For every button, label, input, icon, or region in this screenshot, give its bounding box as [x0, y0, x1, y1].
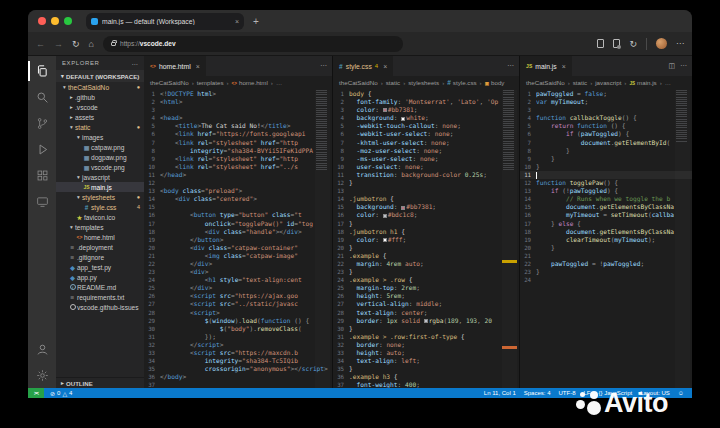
- code-line: 35 crossorigin="anonymous"></script>: [144, 365, 332, 373]
- breadcrumb-item[interactable]: static: [573, 79, 587, 86]
- tree-item-catpaw-png[interactable]: ▦catpaw.png: [56, 142, 144, 152]
- remote-icon[interactable]: [28, 188, 56, 214]
- tree-item-assets[interactable]: ▸assets: [56, 112, 144, 122]
- breadcrumb-item[interactable]: #style.css: [447, 79, 476, 86]
- tree-item--deployment[interactable]: ≡.deployment: [56, 242, 144, 252]
- new-tab-button[interactable]: +: [253, 16, 259, 27]
- tree-item-readme-md[interactable]: iREADME.md: [56, 282, 144, 292]
- breadcrumb-item[interactable]: …: [665, 79, 671, 86]
- tab-close-icon[interactable]: ×: [562, 63, 566, 70]
- breadcrumb-item[interactable]: javascript: [595, 79, 621, 86]
- code-line: 30 $("body").removeClass(: [144, 325, 332, 333]
- more-actions-icon[interactable]: ⋯: [320, 62, 327, 70]
- breadcrumb-item[interactable]: JSmain.js: [629, 79, 656, 86]
- workspace-header[interactable]: ▾ DEFAULT (WORKSPACE): [56, 70, 144, 82]
- zoom-window-button[interactable]: [64, 17, 72, 25]
- browser-tab[interactable]: main.js — default (Workspace) ×: [86, 13, 244, 30]
- code-line: 19 clearTimeout(myTimeout);: [520, 236, 692, 244]
- code-line: 11 transition: background-color 0.25s;: [333, 171, 519, 179]
- code-line: 16 myTimeout = setTimeout(callba: [520, 211, 692, 219]
- status-item[interactable]: UTF-8: [558, 390, 575, 396]
- status-item[interactable]: Ln 11, Col 1: [484, 390, 516, 396]
- line-number: 13: [144, 187, 160, 195]
- tree-item-main-js[interactable]: JSmain.js: [56, 182, 144, 192]
- code-line: 13<body class="preload">: [144, 187, 332, 195]
- extensions-icon[interactable]: [28, 162, 56, 188]
- breadcrumb-item[interactable]: ▣body: [485, 79, 505, 86]
- collections-icon[interactable]: [597, 39, 604, 48]
- tree-item-vscode-png[interactable]: ▦vscode.png: [56, 162, 144, 172]
- explorer-actions-icon[interactable]: ⋯: [132, 60, 139, 67]
- close-window-button[interactable]: [38, 17, 46, 25]
- breadcrumb-item[interactable]: templates: [197, 79, 224, 86]
- minimap[interactable]: [675, 90, 690, 388]
- sync-icon[interactable]: ↻: [629, 39, 637, 49]
- tree-item--vscode[interactable]: ▸.vscode: [56, 102, 144, 112]
- search-icon[interactable]: [28, 84, 56, 110]
- minimize-window-button[interactable]: [51, 17, 59, 25]
- code-line: 17 } else {: [520, 220, 692, 228]
- line-number: 11: [520, 171, 536, 179]
- code-line: 29 $(window).load(function () {: [144, 317, 332, 325]
- breadcrumb-item[interactable]: static: [386, 79, 400, 86]
- tab-close-icon[interactable]: ×: [383, 63, 387, 70]
- minimap[interactable]: [315, 90, 330, 388]
- tree-item--github[interactable]: ▸.github: [56, 92, 144, 102]
- remote-indicator[interactable]: ><: [28, 388, 44, 398]
- tree-item-style-css[interactable]: #style.css4: [56, 202, 144, 212]
- browser-menu-icon[interactable]: ⋯: [676, 39, 684, 48]
- home-icon[interactable]: ⌂: [89, 39, 94, 49]
- settings-icon[interactable]: [28, 362, 56, 388]
- tree-item-app-test-py[interactable]: ◆app_test.py: [56, 262, 144, 272]
- problems-indicator[interactable]: ⊘ 0 △ 4: [44, 390, 78, 397]
- tree-item-images[interactable]: ▾images: [56, 132, 144, 142]
- breadcrumb-item[interactable]: <>home.html: [232, 79, 268, 86]
- breadcrumb-item[interactable]: …: [276, 79, 282, 86]
- tree-item-javascript[interactable]: ▾javascript: [56, 172, 144, 182]
- tree-item-templates[interactable]: ▾templates: [56, 222, 144, 232]
- code-editor[interactable]: 1<!DOCTYPE html>2<html>34<head>5 <title>…: [144, 89, 332, 388]
- more-actions-icon[interactable]: ⋯: [680, 62, 687, 70]
- editor-tab-style.css[interactable]: #style.css4×: [333, 56, 394, 76]
- more-actions-icon[interactable]: ⋯: [507, 62, 514, 70]
- tree-item-vscode-github-issues[interactable]: vscode.github-issues: [56, 302, 144, 312]
- address-bar[interactable]: https://vscode.dev: [103, 36, 403, 52]
- breadcrumb-item[interactable]: theCatSaidNo: [526, 79, 565, 86]
- editor-tab-home.html[interactable]: <>home.html×: [144, 56, 207, 76]
- code-editor[interactable]: 1body {2 font-family: 'Montserrat', 'Lat…: [333, 89, 519, 388]
- source-control-icon[interactable]: [28, 110, 56, 136]
- tab-close-icon[interactable]: ×: [235, 18, 239, 25]
- outline-section[interactable]: ▸ OUTLINE: [56, 377, 144, 388]
- tree-item-stylesheets[interactable]: ▾stylesheets●: [56, 192, 144, 202]
- tab-close-icon[interactable]: ×: [196, 63, 200, 70]
- breadcrumb-item[interactable]: stylesheets: [408, 79, 439, 86]
- tree-item--gitignore[interactable]: ≡.gitignore: [56, 252, 144, 262]
- tree-item-thecatsaidno[interactable]: ▾theCatSaidNo●: [56, 82, 144, 92]
- forward-icon[interactable]: →: [54, 39, 63, 49]
- files-icon[interactable]: [28, 58, 56, 84]
- run-debug-icon[interactable]: [28, 136, 56, 162]
- profile-avatar[interactable]: [656, 38, 667, 49]
- tree-item-static[interactable]: ▾static●: [56, 122, 144, 132]
- split-editor-icon[interactable]: ◫: [668, 62, 675, 70]
- code-line: 14 <div class="centered">: [144, 195, 332, 203]
- tree-item-home-html[interactable]: <>home.html: [56, 232, 144, 242]
- minimap[interactable]: [502, 90, 517, 388]
- lock-icon: [111, 42, 116, 46]
- back-icon[interactable]: ←: [36, 39, 45, 49]
- code-editor[interactable]: 1pawToggled = false;2var myTimeout;34fun…: [520, 89, 692, 388]
- status-item[interactable]: ☺: [678, 390, 684, 396]
- reload-icon[interactable]: ↻: [72, 39, 80, 49]
- favorites-icon[interactable]: [613, 39, 620, 48]
- tree-item-requirements-txt[interactable]: ≡requirements.txt: [56, 292, 144, 302]
- tree-item-app-py[interactable]: ◆app.py: [56, 272, 144, 282]
- line-number: 28: [333, 309, 349, 317]
- status-item[interactable]: Spaces: 4: [524, 390, 551, 396]
- tree-item-favicon-ico[interactable]: ★favicon.ico: [56, 212, 144, 222]
- tree-item-dogpaw-png[interactable]: ▦dogpaw.png: [56, 152, 144, 162]
- breadcrumb-item[interactable]: theCatSaidNo: [339, 79, 378, 86]
- breadcrumb-item[interactable]: theCatSaidNo: [150, 79, 189, 86]
- code-line: 29 border: 1px solid rgba(189, 193, 20: [333, 317, 519, 325]
- account-icon[interactable]: [28, 336, 56, 362]
- editor-tab-main.js[interactable]: JSmain.js×: [520, 56, 573, 76]
